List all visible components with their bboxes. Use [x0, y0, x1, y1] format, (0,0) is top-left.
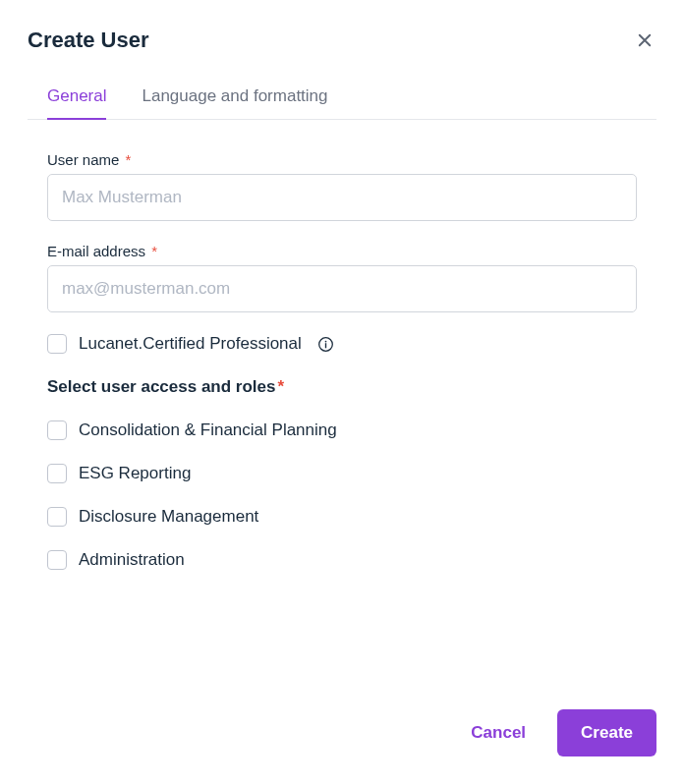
tab-general[interactable]: General — [47, 81, 106, 120]
email-input[interactable] — [47, 265, 637, 312]
role-administration-row: Administration — [47, 550, 637, 570]
username-label-text: User name — [47, 151, 119, 168]
close-icon — [636, 31, 654, 49]
close-button[interactable] — [633, 28, 656, 52]
tabs-container: General Language and formatting — [28, 81, 656, 120]
role-esg-row: ESG Reporting — [47, 464, 637, 483]
email-label: E-mail address * — [47, 243, 637, 259]
role-esg-label: ESG Reporting — [79, 464, 191, 483]
role-administration-checkbox[interactable] — [47, 550, 67, 570]
tab-language-formatting[interactable]: Language and formatting — [142, 81, 327, 120]
email-field-group: E-mail address * — [47, 243, 637, 312]
email-label-text: E-mail address — [47, 243, 145, 259]
dialog-header: Create User — [28, 28, 656, 53]
svg-rect-2 — [325, 343, 326, 348]
form-content: User name * E-mail address * Lucanet.Cer… — [28, 151, 656, 570]
svg-point-1 — [324, 340, 326, 342]
role-consolidation-checkbox[interactable] — [47, 420, 67, 440]
role-consolidation-label: Consolidation & Financial Planning — [79, 420, 337, 440]
info-icon[interactable] — [317, 336, 334, 353]
roles-heading: Select user access and roles* — [47, 377, 637, 397]
role-administration-label: Administration — [79, 550, 185, 570]
certified-label: Lucanet.Certified Professional — [79, 334, 302, 354]
username-input[interactable] — [47, 174, 637, 221]
dialog-footer: Cancel Create — [463, 709, 656, 756]
required-asterisk: * — [147, 243, 157, 259]
certified-checkbox-row: Lucanet.Certified Professional — [47, 334, 637, 354]
role-disclosure-label: Disclosure Management — [79, 507, 258, 527]
roles-heading-text: Select user access and roles — [47, 377, 275, 396]
role-esg-checkbox[interactable] — [47, 464, 67, 483]
create-button[interactable]: Create — [557, 709, 656, 756]
username-field-group: User name * — [47, 151, 637, 221]
cancel-button[interactable]: Cancel — [463, 711, 534, 755]
username-label: User name * — [47, 151, 637, 168]
role-consolidation-row: Consolidation & Financial Planning — [47, 420, 637, 440]
role-disclosure-row: Disclosure Management — [47, 507, 637, 527]
role-disclosure-checkbox[interactable] — [47, 507, 67, 527]
required-asterisk: * — [121, 151, 131, 168]
dialog-title: Create User — [28, 28, 149, 53]
certified-checkbox[interactable] — [47, 334, 67, 354]
required-asterisk: * — [277, 377, 284, 396]
